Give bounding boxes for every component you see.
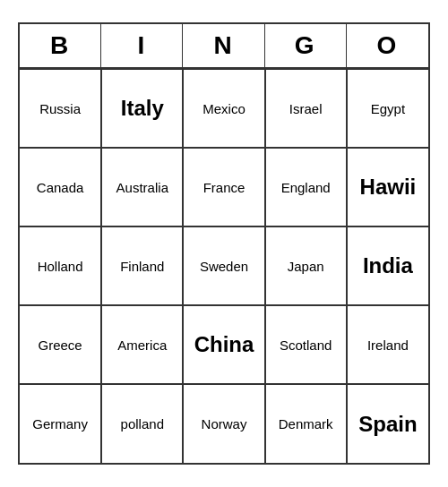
bingo-header: BINGO [20,24,428,69]
bingo-cell-18: Scotland [265,305,347,384]
bingo-cell-17: China [183,305,264,384]
bingo-cell-5: Canada [20,148,101,226]
header-letter-i: I [101,24,183,67]
header-letter-b: B [20,24,101,67]
bingo-cell-0: Russia [20,69,101,148]
bingo-cell-14: India [347,226,428,305]
bingo-cell-9: Hawii [347,148,428,226]
bingo-cell-13: Japan [265,226,347,305]
bingo-card: BINGO RussiaItalyMexicoIsraelEgyptCanada… [18,22,430,465]
header-letter-g: G [265,24,347,67]
bingo-cell-4: Egypt [347,69,428,148]
bingo-cell-2: Mexico [183,69,264,148]
bingo-cell-22: Norway [183,384,264,463]
bingo-cell-23: Denmark [265,384,347,463]
bingo-cell-11: Finland [101,226,183,305]
bingo-cell-15: Greece [20,305,101,384]
bingo-cell-21: polland [101,384,183,463]
bingo-cell-12: Sweden [183,226,264,305]
bingo-cell-10: Holland [20,226,101,305]
header-letter-n: N [183,24,264,67]
bingo-cell-7: France [183,148,264,226]
bingo-grid: RussiaItalyMexicoIsraelEgyptCanadaAustra… [20,69,428,463]
bingo-cell-8: England [265,148,347,226]
header-letter-o: O [347,24,428,67]
bingo-cell-20: Germany [20,384,101,463]
bingo-cell-19: Ireland [347,305,428,384]
bingo-cell-6: Australia [101,148,183,226]
bingo-cell-1: Italy [101,69,183,148]
bingo-cell-16: America [101,305,183,384]
bingo-cell-3: Israel [265,69,347,148]
bingo-cell-24: Spain [347,384,428,463]
